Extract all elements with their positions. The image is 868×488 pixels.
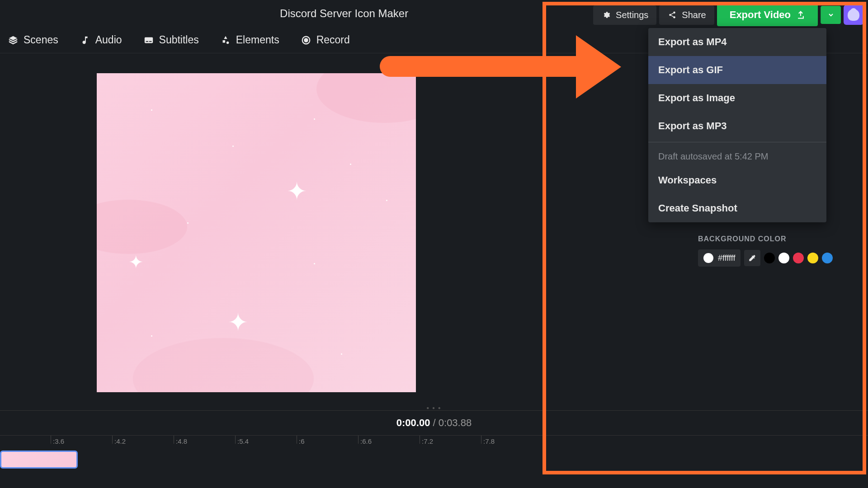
ruler-tick: :7.2 xyxy=(420,436,433,444)
settings-label: Settings xyxy=(616,10,648,20)
current-color-swatch xyxy=(703,253,713,263)
create-snapshot-item[interactable]: Create Snapshot xyxy=(648,194,826,222)
settings-button[interactable]: Settings xyxy=(593,5,656,25)
svg-point-0 xyxy=(674,12,676,14)
time-total: 0:03.88 xyxy=(439,417,472,428)
svg-rect-4 xyxy=(146,41,148,42)
ruler-tick: :6 xyxy=(297,436,305,444)
color-swatch-black[interactable] xyxy=(764,253,775,263)
user-avatar[interactable] xyxy=(844,5,863,25)
color-swatch-blue[interactable] xyxy=(822,253,833,263)
eyedropper-button[interactable] xyxy=(744,250,760,266)
svg-point-7 xyxy=(304,38,307,42)
hex-value: #ffffff xyxy=(718,253,735,263)
timeline: 0:00.00 / 0:03.88 :3.6 :4.2 :4.8 :5.4 :6… xyxy=(0,410,868,469)
export-mp4-item[interactable]: Export as MP4 xyxy=(648,28,826,56)
ruler-tick: :7.8 xyxy=(481,436,495,444)
record-label: Record xyxy=(316,34,350,46)
export-icon xyxy=(796,10,805,19)
export-image-item[interactable]: Export as Image xyxy=(648,84,826,112)
music-note-icon xyxy=(80,35,90,45)
time-separator: / xyxy=(430,417,438,428)
subtitles-label: Subtitles xyxy=(159,34,199,46)
preview-canvas[interactable]: ✦ ✦ ✦ xyxy=(97,73,416,392)
tab-subtitles[interactable]: Subtitles xyxy=(139,31,203,49)
avatar-icon xyxy=(848,9,859,21)
svg-point-1 xyxy=(670,14,672,16)
tab-elements[interactable]: Elements xyxy=(216,31,284,49)
tab-record[interactable]: Record xyxy=(297,31,354,49)
ruler-tick: :3.6 xyxy=(51,436,64,444)
panel-drag-handle[interactable]: ● ● ● xyxy=(426,405,442,410)
export-mp3-item[interactable]: Export as MP3 xyxy=(648,112,826,140)
color-swatch-red[interactable] xyxy=(793,253,804,263)
time-current: 0:00.00 xyxy=(396,417,430,428)
export-dropdown-menu: Export as MP4 Export as GIF Export as Im… xyxy=(648,28,826,222)
share-label: Share xyxy=(682,10,706,20)
timeline-clip[interactable] xyxy=(0,450,78,469)
ruler-tick: :4.2 xyxy=(112,436,126,444)
audio-label: Audio xyxy=(95,34,122,46)
record-icon xyxy=(301,35,311,45)
ruler-tick: :6.6 xyxy=(358,436,372,444)
menu-divider xyxy=(648,142,826,142)
chevron-down-icon xyxy=(827,11,835,19)
autosave-status: Draft autosaved at 5:42 PM xyxy=(648,144,826,166)
color-hex-input[interactable]: #ffffff xyxy=(698,249,741,267)
tab-audio[interactable]: Audio xyxy=(75,31,127,49)
export-gif-item[interactable]: Export as GIF xyxy=(648,56,826,84)
share-button[interactable]: Share xyxy=(659,5,714,25)
time-display: 0:00.00 / 0:03.88 xyxy=(0,417,868,429)
ruler-tick: :5.4 xyxy=(235,436,249,444)
page-title: Discord Server Icon Maker xyxy=(280,7,408,20)
color-swatch-yellow[interactable] xyxy=(807,253,818,263)
workspaces-item[interactable]: Workspaces xyxy=(648,166,826,194)
tab-scenes[interactable]: Scenes xyxy=(4,31,63,49)
svg-point-2 xyxy=(674,16,676,19)
ruler-tick: :4.8 xyxy=(174,436,187,444)
eyedropper-icon xyxy=(748,254,756,262)
export-label: Export Video xyxy=(730,9,791,21)
svg-rect-5 xyxy=(149,41,151,42)
subtitles-icon xyxy=(144,35,154,45)
export-video-button[interactable]: Export Video xyxy=(717,4,818,26)
header-actions: Settings Share Export Video xyxy=(593,4,863,26)
scenes-label: Scenes xyxy=(24,34,58,46)
color-swatch-white[interactable] xyxy=(778,253,789,263)
export-dropdown-toggle[interactable] xyxy=(821,6,841,24)
gear-icon xyxy=(601,10,611,20)
shapes-icon xyxy=(221,35,231,45)
svg-rect-3 xyxy=(144,37,152,43)
bg-color-label: BACKGROUND COLOR xyxy=(698,235,857,243)
timeline-ruler[interactable]: :3.6 :4.2 :4.8 :5.4 :6 :6.6 :7.2 :7.8 xyxy=(0,435,868,448)
share-icon xyxy=(667,10,677,20)
layers-icon xyxy=(8,35,18,45)
elements-label: Elements xyxy=(236,34,279,46)
